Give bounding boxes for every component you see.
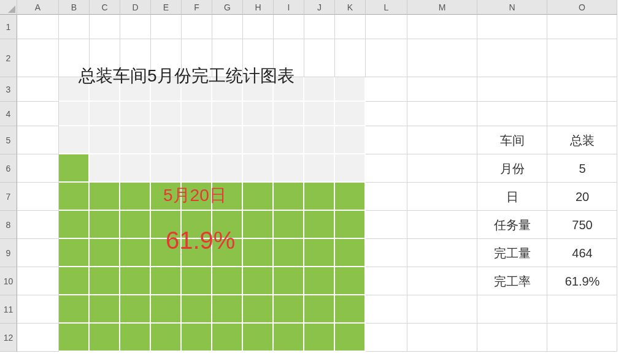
cell-M9[interactable] [407,239,477,267]
summary-value: 750 [547,211,617,239]
cell-M10[interactable] [407,267,477,295]
cell-A11[interactable] [17,295,59,324]
cell-N3[interactable] [477,77,547,102]
cell-L6[interactable] [366,154,407,183]
cell-H1[interactable] [243,15,274,39]
chart-title: 总装车间5月份完工统计图表 [79,64,295,88]
waffle-cell [243,267,274,295]
cell-L4[interactable] [366,102,407,126]
cell-O4[interactable] [547,102,617,126]
column-header-D[interactable]: D [120,0,151,15]
cell-A1[interactable] [17,15,59,39]
cell-M8[interactable] [407,211,477,239]
cell-J2[interactable] [304,39,335,77]
column-header-H[interactable]: H [243,0,274,15]
column-header-L[interactable]: L [366,0,407,15]
cell-N11[interactable] [477,295,547,324]
row-header-2[interactable]: 2 [0,39,17,77]
cell-L5[interactable] [366,126,407,154]
waffle-cell [120,183,151,211]
waffle-cell [212,295,243,324]
cell-N1[interactable] [477,15,547,39]
column-header-F[interactable]: F [182,0,212,15]
cell-C1[interactable] [90,15,120,39]
cell-L2[interactable] [366,39,407,77]
cell-A4[interactable] [17,102,59,126]
row-header-8[interactable]: 8 [0,211,17,239]
cell-B1[interactable] [59,15,90,39]
row-header-5[interactable]: 5 [0,126,17,154]
cell-M12[interactable] [407,324,477,352]
cell-M7[interactable] [407,183,477,211]
cell-L12[interactable] [366,324,407,352]
cell-J1[interactable] [304,15,335,39]
row-header-11[interactable]: 11 [0,295,17,324]
cell-M6[interactable] [407,154,477,183]
column-header-O[interactable]: O [547,0,617,15]
waffle-cell [304,126,335,154]
row-header-6[interactable]: 6 [0,154,17,183]
column-header-G[interactable]: G [212,0,243,15]
cell-D1[interactable] [120,15,151,39]
cell-L8[interactable] [366,211,407,239]
cell-G1[interactable] [212,15,243,39]
cell-L9[interactable] [366,239,407,267]
cell-O11[interactable] [547,295,617,324]
cell-L10[interactable] [366,267,407,295]
cell-M4[interactable] [407,102,477,126]
column-header-A[interactable]: A [17,0,59,15]
cell-N2[interactable] [477,39,547,77]
cell-O3[interactable] [547,77,617,102]
cell-N12[interactable] [477,324,547,352]
row-header-7[interactable]: 7 [0,183,17,211]
cell-A9[interactable] [17,239,59,267]
cell-A7[interactable] [17,183,59,211]
column-header-I[interactable]: I [274,0,304,15]
cell-L3[interactable] [366,77,407,102]
cell-E1[interactable] [151,15,182,39]
waffle-cell [335,267,366,295]
column-header-K[interactable]: K [335,0,366,15]
column-header-M[interactable]: M [407,0,477,15]
row-header-9[interactable]: 9 [0,239,17,267]
cell-K2[interactable] [335,39,366,77]
column-header-C[interactable]: C [90,0,120,15]
row-header-4[interactable]: 4 [0,102,17,126]
cell-A5[interactable] [17,126,59,154]
column-header-J[interactable]: J [304,0,335,15]
row-header-12[interactable]: 12 [0,324,17,352]
cell-O12[interactable] [547,324,617,352]
column-header-N[interactable]: N [477,0,547,15]
cell-O2[interactable] [547,39,617,77]
column-header-B[interactable]: B [59,0,90,15]
waffle-cell [212,126,243,154]
cell-M2[interactable] [407,39,477,77]
waffle-cell [274,211,304,239]
cell-L7[interactable] [366,183,407,211]
cell-N4[interactable] [477,102,547,126]
cell-A3[interactable] [17,77,59,102]
cell-A10[interactable] [17,267,59,295]
column-header-E[interactable]: E [151,0,182,15]
cell-M5[interactable] [407,126,477,154]
cell-L1[interactable] [366,15,407,39]
row-header-10[interactable]: 10 [0,267,17,295]
cell-I1[interactable] [274,15,304,39]
cell-A6[interactable] [17,154,59,183]
waffle-cell [120,239,151,267]
waffle-cell [274,295,304,324]
cell-M3[interactable] [407,77,477,102]
row-header-3[interactable]: 3 [0,77,17,102]
waffle-cell [304,267,335,295]
cell-F1[interactable] [182,15,212,39]
select-all-corner[interactable] [0,0,17,15]
row-header-1[interactable]: 1 [0,15,17,39]
cell-A12[interactable] [17,324,59,352]
cell-L11[interactable] [366,295,407,324]
cell-A2[interactable] [17,39,59,77]
cell-A8[interactable] [17,211,59,239]
cell-M11[interactable] [407,295,477,324]
cell-M1[interactable] [407,15,477,39]
cell-O1[interactable] [547,15,617,39]
cell-K1[interactable] [335,15,366,39]
